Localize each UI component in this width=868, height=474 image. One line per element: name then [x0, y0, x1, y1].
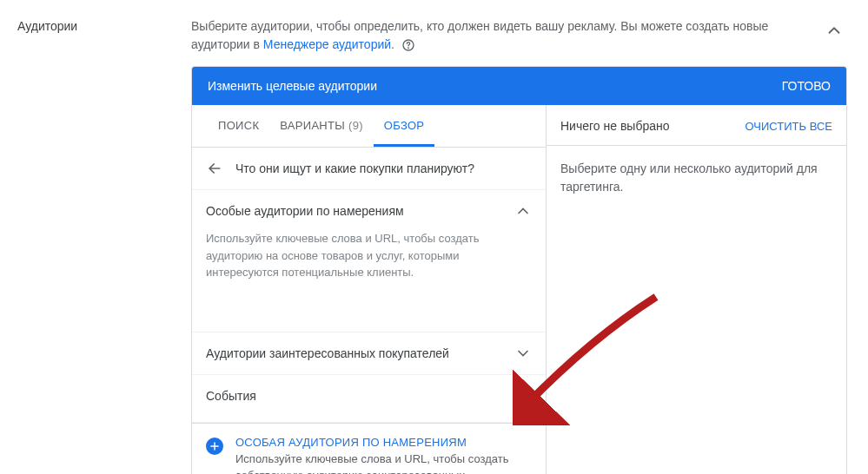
card-header: Изменить целевые аудитории ГОТОВО: [192, 67, 846, 105]
intro-text: Выберите аудитории, чтобы определить, кт…: [191, 17, 847, 66]
plus-icon: [206, 438, 223, 455]
card-title: Изменить целевые аудитории: [208, 79, 377, 93]
accordion-inmarket[interactable]: Аудитории заинтересованных покупателей: [192, 332, 546, 375]
svg-point-1: [408, 48, 409, 49]
chevron-down-icon: [514, 345, 532, 362]
left-column: ПОИСК ВАРИАНТЫ (9) ОБЗОР Что они ищут и …: [192, 105, 547, 474]
tab-search[interactable]: ПОИСК: [208, 105, 269, 147]
chevron-up-icon: [514, 202, 532, 220]
back-arrow-icon[interactable]: [206, 160, 223, 177]
intro-period: .: [391, 37, 394, 51]
chevron-down-icon: [514, 387, 532, 405]
custom-intent-desc: Используйте ключевые слова и URL, чтобы …: [235, 449, 532, 475]
done-button[interactable]: ГОТОВО: [782, 79, 831, 93]
breadcrumb-text: Что они ищут и какие покупки планируют?: [235, 161, 474, 175]
accordion-events[interactable]: События: [192, 375, 546, 423]
section-label: Аудитории: [17, 17, 191, 474]
tabs: ПОИСК ВАРИАНТЫ (9) ОБЗОР: [192, 105, 546, 148]
accordion-custom-intent[interactable]: Особые аудитории по намерениям Используй…: [192, 190, 546, 332]
audience-card: Изменить целевые аудитории ГОТОВО ПОИСК …: [191, 66, 847, 474]
collapse-section-icon[interactable]: [825, 21, 844, 40]
clear-all-button[interactable]: ОЧИСТИТЬ ВСЕ: [745, 120, 832, 133]
help-icon[interactable]: [401, 38, 415, 52]
tab-overview[interactable]: ОБЗОР: [374, 105, 435, 147]
accordion-title-events: События: [206, 389, 256, 403]
create-custom-intent[interactable]: ОСОБАЯ АУДИТОРИЯ ПО НАМЕРЕНИЯМ Используй…: [192, 423, 546, 475]
breadcrumb: Что они ищут и какие покупки планируют?: [192, 148, 546, 190]
selection-status: Ничего не выбрано: [560, 119, 670, 133]
selection-helper: Выберите одну или несколько аудиторий дл…: [547, 146, 846, 210]
accordion-title-inmarket: Аудитории заинтересованных покупателей: [206, 346, 449, 360]
accordion-desc-intent: Используйте ключевые слова и URL, чтобы …: [206, 220, 532, 281]
audience-manager-link[interactable]: Менеджере аудиторий: [263, 37, 391, 51]
custom-intent-title: ОСОБАЯ АУДИТОРИЯ ПО НАМЕРЕНИЯМ: [235, 436, 532, 449]
right-column: Ничего не выбрано ОЧИСТИТЬ ВСЕ Выберите …: [547, 105, 846, 474]
tab-variants-count: (9): [348, 119, 363, 132]
tab-variants[interactable]: ВАРИАНТЫ (9): [269, 105, 374, 147]
tab-variants-label: ВАРИАНТЫ: [280, 119, 345, 132]
accordion-title-intent: Особые аудитории по намерениям: [206, 204, 404, 218]
